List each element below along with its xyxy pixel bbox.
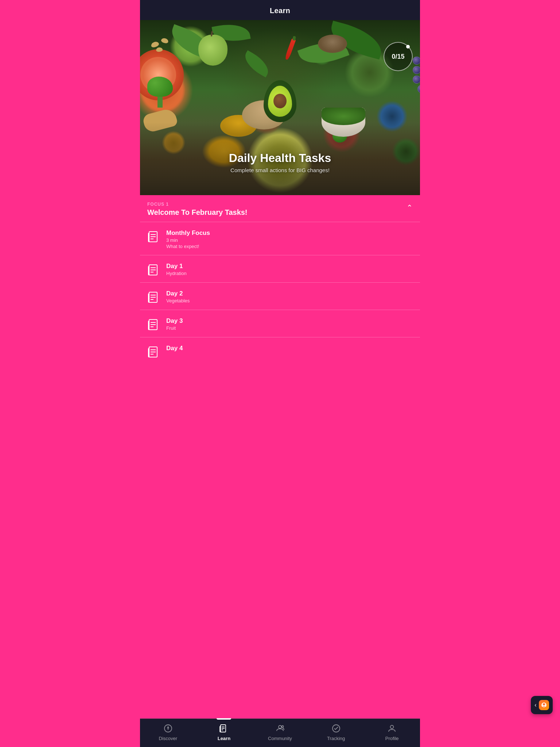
nav-item-community[interactable]: Community <box>252 719 308 747</box>
nav-label-community: Community <box>268 736 292 741</box>
task-title-day4: Day 4 <box>166 345 413 352</box>
profile-icon <box>387 723 397 734</box>
app-header: Learn <box>140 0 420 20</box>
task-day3-info: Day 3 Fruit <box>166 317 413 331</box>
task-day-2[interactable]: Day 2 Vegetables <box>140 283 420 310</box>
nav-item-tracking[interactable]: Tracking <box>308 719 364 747</box>
svg-marker-23 <box>167 726 169 728</box>
hero-title: Daily Health Tasks <box>140 151 420 165</box>
page-title: Learn <box>270 7 290 15</box>
nav-item-profile[interactable]: Profile <box>364 719 420 747</box>
task-subtitle-day3: Fruit <box>166 325 413 331</box>
task-day-4[interactable]: Day 4 <box>140 337 420 364</box>
nav-item-discover[interactable]: Discover <box>140 719 196 747</box>
hero-text-container: Daily Health Tasks Complete small action… <box>140 151 420 173</box>
task-day1-info: Day 1 Hydration <box>166 263 413 276</box>
task-subtitle-monthly: What to expect! <box>166 244 413 249</box>
focus-info: FOCUS 1 Welcome To February Tasks! <box>147 202 248 217</box>
task-title-day1: Day 1 <box>166 263 413 270</box>
svg-point-30 <box>281 726 283 728</box>
task-subtitle-day1: Hydration <box>166 271 413 276</box>
chevron-up-icon[interactable]: ⌃ <box>407 203 413 212</box>
task-book-icon-4 <box>147 345 160 359</box>
task-title-monthly: Monthly Focus <box>166 229 413 237</box>
task-monthly-focus-info: Monthly Focus 3 min What to expect! <box>166 229 413 249</box>
discover-icon <box>163 723 173 734</box>
task-book-icon-1 <box>147 263 160 276</box>
chili-decoration <box>284 38 296 60</box>
nut-decoration <box>150 41 159 49</box>
nav-label-learn: Learn <box>218 736 230 741</box>
task-day2-info: Day 2 Vegetables <box>166 290 413 303</box>
task-day-1[interactable]: Day 1 Hydration <box>140 255 420 283</box>
hero-section: 0/15 Daily Health Tasks Complete small a… <box>140 20 420 195</box>
task-title-day2: Day 2 <box>166 290 413 297</box>
nav-label-profile: Profile <box>385 736 399 741</box>
task-book-icon-3 <box>147 318 160 331</box>
task-day-3[interactable]: Day 3 Fruit <box>140 310 420 337</box>
task-title-day3: Day 3 <box>166 317 413 325</box>
svg-point-32 <box>390 725 394 729</box>
nav-item-learn[interactable]: Learn <box>196 719 252 747</box>
task-monthly-focus[interactable]: Monthly Focus 3 min What to expect! <box>140 222 420 255</box>
hero-subtitle: Complete small actions for BIG changes! <box>140 167 420 173</box>
nut-decoration <box>161 38 169 44</box>
nav-label-tracking: Tracking <box>327 736 345 741</box>
progress-dot <box>406 45 410 49</box>
task-duration-monthly: 3 min <box>166 237 413 243</box>
svg-point-29 <box>279 725 281 728</box>
task-book-icon-2 <box>147 291 160 304</box>
focus-label: FOCUS 1 <box>147 202 248 207</box>
focus-header[interactable]: FOCUS 1 Welcome To February Tasks! ⌃ <box>140 195 420 222</box>
content-area: FOCUS 1 Welcome To February Tasks! ⌃ Mon… <box>140 195 420 394</box>
seeds-decoration <box>318 35 347 53</box>
community-icon <box>275 723 285 734</box>
task-subtitle-day2: Vegetables <box>166 298 413 303</box>
progress-circle: 0/15 <box>384 42 413 71</box>
progress-text: 0/15 <box>392 53 404 61</box>
bottom-navigation: Discover Learn Community <box>140 719 420 747</box>
task-book-icon <box>147 230 160 243</box>
avocado-decoration <box>264 80 296 122</box>
tracking-icon <box>331 723 341 734</box>
apple-decoration <box>198 35 228 66</box>
learn-icon <box>219 723 229 734</box>
focus-title: Welcome To February Tasks! <box>147 208 248 217</box>
leaf-decoration <box>240 50 273 78</box>
task-day4-info: Day 4 <box>166 345 413 353</box>
nav-label-discover: Discover <box>159 736 178 741</box>
broccoli-decoration <box>147 77 173 108</box>
